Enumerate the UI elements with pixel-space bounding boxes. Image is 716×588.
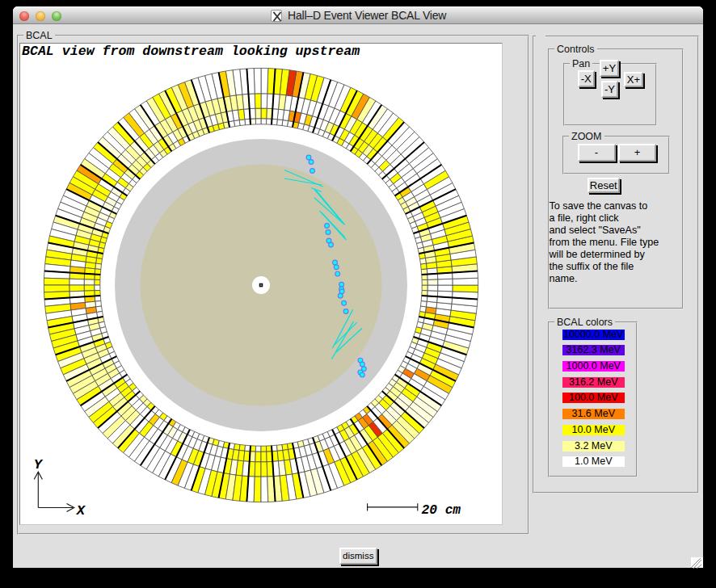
svg-text:X: X — [76, 502, 86, 518]
svg-text:20 cm: 20 cm — [422, 502, 461, 517]
svg-text:Y: Y — [34, 457, 44, 472]
svg-text:BCAL view from downstream look: BCAL view from downstream looking upstre… — [22, 44, 360, 59]
